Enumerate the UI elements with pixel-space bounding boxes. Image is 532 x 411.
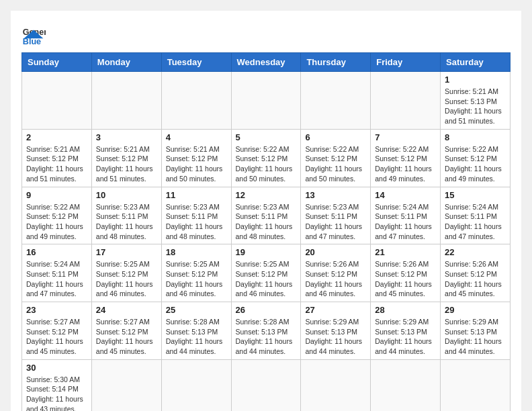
day-info: Sunrise: 5:23 AM Sunset: 5:11 PM Dayligh… (96, 202, 157, 242)
calendar-cell: 9Sunrise: 5:22 AM Sunset: 5:12 PM Daylig… (22, 187, 92, 244)
calendar-cell: 11Sunrise: 5:23 AM Sunset: 5:11 PM Dayli… (161, 187, 231, 244)
logo: General Blue (21, 21, 48, 46)
calendar-cell: 5Sunrise: 5:22 AM Sunset: 5:12 PM Daylig… (231, 129, 301, 187)
day-info: Sunrise: 5:24 AM Sunset: 5:11 PM Dayligh… (375, 202, 436, 242)
day-number: 13 (305, 190, 366, 200)
day-info: Sunrise: 5:23 AM Sunset: 5:11 PM Dayligh… (166, 202, 227, 242)
day-info: Sunrise: 5:29 AM Sunset: 5:13 PM Dayligh… (375, 317, 436, 357)
calendar-cell: 26Sunrise: 5:28 AM Sunset: 5:13 PM Dayli… (231, 302, 301, 360)
calendar-cell: 1Sunrise: 5:21 AM Sunset: 5:13 PM Daylig… (441, 72, 511, 130)
day-info: Sunrise: 5:23 AM Sunset: 5:11 PM Dayligh… (236, 202, 297, 242)
calendar-cell: 12Sunrise: 5:23 AM Sunset: 5:11 PM Dayli… (231, 187, 301, 244)
calendar-cell (371, 72, 441, 130)
day-info: Sunrise: 5:22 AM Sunset: 5:12 PM Dayligh… (445, 144, 506, 184)
day-info: Sunrise: 5:21 AM Sunset: 5:12 PM Dayligh… (26, 144, 87, 184)
calendar-cell: 24Sunrise: 5:27 AM Sunset: 5:12 PM Dayli… (91, 302, 161, 360)
col-header-tuesday: Tuesday (161, 53, 231, 72)
calendar-cell: 4Sunrise: 5:21 AM Sunset: 5:12 PM Daylig… (161, 129, 231, 187)
calendar-week-1: 1Sunrise: 5:21 AM Sunset: 5:13 PM Daylig… (22, 72, 511, 130)
day-number: 7 (375, 132, 436, 142)
day-info: Sunrise: 5:25 AM Sunset: 5:12 PM Dayligh… (236, 259, 297, 299)
col-header-thursday: Thursday (301, 53, 371, 72)
day-info: Sunrise: 5:22 AM Sunset: 5:12 PM Dayligh… (375, 144, 436, 184)
calendar-week-2: 2Sunrise: 5:21 AM Sunset: 5:12 PM Daylig… (22, 129, 511, 187)
calendar-cell: 17Sunrise: 5:25 AM Sunset: 5:12 PM Dayli… (91, 244, 161, 302)
calendar-cell: 3Sunrise: 5:21 AM Sunset: 5:12 PM Daylig… (91, 129, 161, 187)
calendar-cell: 21Sunrise: 5:26 AM Sunset: 5:12 PM Dayli… (371, 244, 441, 302)
day-number: 19 (236, 247, 297, 257)
calendar-cell: 2Sunrise: 5:21 AM Sunset: 5:12 PM Daylig… (22, 129, 92, 187)
calendar-cell (231, 72, 301, 130)
calendar-cell (161, 359, 231, 411)
day-number: 29 (445, 305, 506, 315)
calendar-cell (91, 359, 161, 411)
day-number: 21 (375, 247, 436, 257)
day-number: 24 (96, 305, 157, 315)
day-info: Sunrise: 5:26 AM Sunset: 5:12 PM Dayligh… (445, 259, 506, 299)
day-number: 22 (445, 247, 506, 257)
calendar-cell: 23Sunrise: 5:27 AM Sunset: 5:12 PM Dayli… (22, 302, 92, 360)
calendar-week-5: 23Sunrise: 5:27 AM Sunset: 5:12 PM Dayli… (22, 302, 511, 360)
day-info: Sunrise: 5:22 AM Sunset: 5:12 PM Dayligh… (236, 144, 297, 184)
calendar-week-3: 9Sunrise: 5:22 AM Sunset: 5:12 PM Daylig… (22, 187, 511, 244)
calendar-cell: 27Sunrise: 5:29 AM Sunset: 5:13 PM Dayli… (301, 302, 371, 360)
day-info: Sunrise: 5:27 AM Sunset: 5:12 PM Dayligh… (96, 317, 157, 357)
calendar-cell: 20Sunrise: 5:26 AM Sunset: 5:12 PM Dayli… (301, 244, 371, 302)
calendar-week-4: 16Sunrise: 5:24 AM Sunset: 5:11 PM Dayli… (22, 244, 511, 302)
day-info: Sunrise: 5:29 AM Sunset: 5:13 PM Dayligh… (445, 317, 506, 357)
calendar-cell: 25Sunrise: 5:28 AM Sunset: 5:13 PM Dayli… (161, 302, 231, 360)
day-number: 10 (96, 190, 157, 200)
calendar-cell (371, 359, 441, 411)
calendar-cell: 18Sunrise: 5:25 AM Sunset: 5:12 PM Dayli… (161, 244, 231, 302)
day-number: 12 (236, 190, 297, 200)
day-info: Sunrise: 5:28 AM Sunset: 5:13 PM Dayligh… (236, 317, 297, 357)
calendar-cell (161, 72, 231, 130)
day-number: 14 (375, 190, 436, 200)
day-number: 11 (166, 190, 227, 200)
calendar-cell: 7Sunrise: 5:22 AM Sunset: 5:12 PM Daylig… (371, 129, 441, 187)
day-info: Sunrise: 5:25 AM Sunset: 5:12 PM Dayligh… (96, 259, 157, 299)
calendar-cell: 22Sunrise: 5:26 AM Sunset: 5:12 PM Dayli… (441, 244, 511, 302)
calendar-page: General Blue SundayMondayTuesdayWednesda… (11, 11, 521, 411)
day-number: 20 (305, 247, 366, 257)
calendar-cell: 8Sunrise: 5:22 AM Sunset: 5:12 PM Daylig… (441, 129, 511, 187)
day-number: 25 (166, 305, 227, 315)
calendar-cell: 28Sunrise: 5:29 AM Sunset: 5:13 PM Dayli… (371, 302, 441, 360)
day-info: Sunrise: 5:26 AM Sunset: 5:12 PM Dayligh… (375, 259, 436, 299)
day-info: Sunrise: 5:27 AM Sunset: 5:12 PM Dayligh… (26, 317, 87, 357)
day-info: Sunrise: 5:28 AM Sunset: 5:13 PM Dayligh… (166, 317, 227, 357)
col-header-saturday: Saturday (441, 53, 511, 72)
day-number: 3 (96, 132, 157, 142)
day-info: Sunrise: 5:23 AM Sunset: 5:11 PM Dayligh… (305, 202, 366, 242)
day-info: Sunrise: 5:24 AM Sunset: 5:11 PM Dayligh… (26, 259, 87, 299)
day-info: Sunrise: 5:26 AM Sunset: 5:12 PM Dayligh… (305, 259, 366, 299)
calendar-header-row: SundayMondayTuesdayWednesdayThursdayFrid… (22, 53, 511, 72)
calendar-cell (301, 72, 371, 130)
day-info: Sunrise: 5:22 AM Sunset: 5:12 PM Dayligh… (305, 144, 366, 184)
day-number: 4 (166, 132, 227, 142)
calendar-cell: 19Sunrise: 5:25 AM Sunset: 5:12 PM Dayli… (231, 244, 301, 302)
calendar-cell (441, 359, 511, 411)
day-info: Sunrise: 5:21 AM Sunset: 5:13 PM Dayligh… (445, 87, 506, 126)
day-number: 6 (305, 132, 366, 142)
calendar-cell: 29Sunrise: 5:29 AM Sunset: 5:13 PM Dayli… (441, 302, 511, 360)
day-number: 9 (26, 190, 87, 200)
calendar-cell (22, 72, 92, 130)
day-number: 1 (445, 75, 506, 85)
day-number: 23 (26, 305, 87, 315)
day-number: 28 (375, 305, 436, 315)
day-number: 27 (305, 305, 366, 315)
calendar-week-6: 30Sunrise: 5:30 AM Sunset: 5:14 PM Dayli… (22, 359, 511, 411)
day-number: 18 (166, 247, 227, 257)
calendar-cell (301, 359, 371, 411)
day-info: Sunrise: 5:25 AM Sunset: 5:12 PM Dayligh… (166, 259, 227, 299)
day-number: 30 (26, 363, 87, 373)
col-header-wednesday: Wednesday (231, 53, 301, 72)
calendar-cell: 30Sunrise: 5:30 AM Sunset: 5:14 PM Dayli… (22, 359, 92, 411)
calendar-cell (231, 359, 301, 411)
day-number: 15 (445, 190, 506, 200)
day-number: 8 (445, 132, 506, 142)
calendar-cell: 16Sunrise: 5:24 AM Sunset: 5:11 PM Dayli… (22, 244, 92, 302)
calendar-table: SundayMondayTuesdayWednesdayThursdayFrid… (21, 52, 511, 411)
day-info: Sunrise: 5:29 AM Sunset: 5:13 PM Dayligh… (305, 317, 366, 357)
